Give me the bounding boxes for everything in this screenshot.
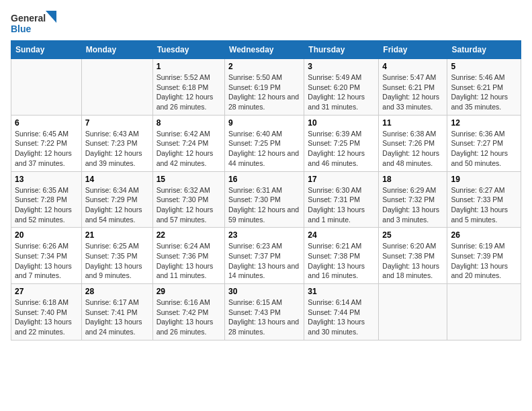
day-number: 27 (15, 287, 78, 296)
logo: GeneralBlue (11, 11, 58, 35)
day-cell: 3Sunrise: 5:49 AMSunset: 6:20 PMDaylight… (304, 59, 379, 116)
day-cell: 21Sunrise: 6:25 AMSunset: 7:35 PMDayligh… (81, 228, 152, 284)
col-header-wednesday: Wednesday (225, 41, 304, 59)
day-info: Sunrise: 5:49 AMSunset: 6:20 PMDaylight:… (308, 73, 375, 112)
day-info: Sunrise: 6:38 AMSunset: 7:26 PMDaylight:… (382, 129, 443, 169)
day-cell: 12Sunrise: 6:36 AMSunset: 7:27 PMDayligh… (447, 115, 521, 171)
col-header-tuesday: Tuesday (152, 41, 224, 59)
day-info: Sunrise: 6:19 AMSunset: 7:39 PMDaylight:… (451, 241, 517, 281)
day-cell: 16Sunrise: 6:31 AMSunset: 7:30 PMDayligh… (225, 171, 304, 228)
day-info: Sunrise: 6:43 AMSunset: 7:23 PMDaylight:… (85, 129, 149, 169)
week-row-2: 6Sunrise: 6:45 AMSunset: 7:22 PMDaylight… (11, 115, 521, 171)
day-info: Sunrise: 6:18 AMSunset: 7:40 PMDaylight:… (15, 298, 78, 337)
day-cell: 22Sunrise: 6:24 AMSunset: 7:36 PMDayligh… (152, 228, 224, 284)
day-cell: 18Sunrise: 6:29 AMSunset: 7:32 PMDayligh… (379, 171, 447, 228)
day-number: 13 (15, 175, 78, 184)
day-number: 2 (228, 62, 300, 71)
day-number: 22 (157, 230, 221, 240)
day-number: 11 (382, 118, 443, 128)
day-cell: 1Sunrise: 5:52 AMSunset: 6:18 PMDaylight… (152, 59, 224, 116)
day-cell: 24Sunrise: 6:21 AMSunset: 7:38 PMDayligh… (304, 228, 379, 284)
day-cell: 14Sunrise: 6:34 AMSunset: 7:29 PMDayligh… (81, 171, 152, 228)
day-number: 24 (308, 230, 375, 240)
day-info: Sunrise: 5:46 AMSunset: 6:21 PMDaylight:… (451, 73, 517, 112)
week-row-3: 13Sunrise: 6:35 AMSunset: 7:28 PMDayligh… (11, 171, 521, 228)
day-info: Sunrise: 6:45 AMSunset: 7:22 PMDaylight:… (15, 129, 78, 169)
day-info: Sunrise: 6:39 AMSunset: 7:25 PMDaylight:… (308, 129, 375, 169)
day-cell (379, 284, 447, 340)
day-cell: 2Sunrise: 5:50 AMSunset: 6:19 PMDaylight… (225, 59, 304, 116)
day-cell: 23Sunrise: 6:23 AMSunset: 7:37 PMDayligh… (225, 228, 304, 284)
day-number: 15 (157, 175, 221, 184)
week-row-5: 27Sunrise: 6:18 AMSunset: 7:40 PMDayligh… (11, 284, 521, 340)
day-info: Sunrise: 6:16 AMSunset: 7:42 PMDaylight:… (157, 298, 221, 337)
day-number: 21 (85, 230, 149, 240)
day-cell: 20Sunrise: 6:26 AMSunset: 7:34 PMDayligh… (11, 228, 82, 284)
day-number: 20 (15, 230, 78, 240)
day-info: Sunrise: 6:31 AMSunset: 7:30 PMDaylight:… (228, 185, 300, 225)
day-number: 5 (451, 62, 517, 71)
day-number: 16 (228, 175, 300, 184)
day-info: Sunrise: 6:40 AMSunset: 7:25 PMDaylight:… (228, 129, 300, 169)
day-number: 25 (382, 230, 443, 240)
day-number: 28 (85, 287, 149, 296)
week-row-1: 1Sunrise: 5:52 AMSunset: 6:18 PMDaylight… (11, 59, 521, 116)
day-info: Sunrise: 5:47 AMSunset: 6:21 PMDaylight:… (382, 73, 443, 112)
day-info: Sunrise: 6:32 AMSunset: 7:30 PMDaylight:… (157, 185, 221, 225)
day-info: Sunrise: 6:17 AMSunset: 7:41 PMDaylight:… (85, 298, 149, 337)
day-cell: 26Sunrise: 6:19 AMSunset: 7:39 PMDayligh… (447, 228, 521, 284)
day-info: Sunrise: 6:26 AMSunset: 7:34 PMDaylight:… (15, 241, 78, 281)
day-cell (81, 59, 152, 116)
svg-text:Blue: Blue (11, 24, 32, 34)
day-info: Sunrise: 6:27 AMSunset: 7:33 PMDaylight:… (451, 185, 517, 225)
col-header-friday: Friday (379, 41, 447, 59)
day-number: 9 (228, 118, 300, 128)
day-number: 10 (308, 118, 375, 128)
logo-svg: GeneralBlue (11, 11, 58, 35)
day-cell: 19Sunrise: 6:27 AMSunset: 7:33 PMDayligh… (447, 171, 521, 228)
day-cell: 5Sunrise: 5:46 AMSunset: 6:21 PMDaylight… (447, 59, 521, 116)
day-cell: 17Sunrise: 6:30 AMSunset: 7:31 PMDayligh… (304, 171, 379, 228)
day-cell: 31Sunrise: 6:14 AMSunset: 7:44 PMDayligh… (304, 284, 379, 340)
day-info: Sunrise: 6:42 AMSunset: 7:24 PMDaylight:… (157, 129, 221, 169)
day-number: 1 (157, 62, 221, 71)
day-number: 18 (382, 175, 443, 184)
day-number: 26 (451, 230, 517, 240)
day-info: Sunrise: 6:34 AMSunset: 7:29 PMDaylight:… (85, 185, 149, 225)
day-info: Sunrise: 5:50 AMSunset: 6:19 PMDaylight:… (228, 73, 300, 112)
day-info: Sunrise: 6:25 AMSunset: 7:35 PMDaylight:… (85, 241, 149, 281)
day-info: Sunrise: 6:15 AMSunset: 7:43 PMDaylight:… (228, 298, 300, 337)
col-header-monday: Monday (81, 41, 152, 59)
day-cell: 9Sunrise: 6:40 AMSunset: 7:25 PMDaylight… (225, 115, 304, 171)
calendar-table: SundayMondayTuesdayWednesdayThursdayFrid… (11, 40, 521, 340)
day-info: Sunrise: 6:29 AMSunset: 7:32 PMDaylight:… (382, 185, 443, 225)
day-number: 4 (382, 62, 443, 71)
day-cell: 10Sunrise: 6:39 AMSunset: 7:25 PMDayligh… (304, 115, 379, 171)
svg-marker-2 (46, 11, 56, 23)
day-number: 31 (308, 287, 375, 296)
day-cell: 28Sunrise: 6:17 AMSunset: 7:41 PMDayligh… (81, 284, 152, 340)
svg-text:General: General (11, 13, 46, 24)
day-cell (447, 284, 521, 340)
col-header-sunday: Sunday (11, 41, 82, 59)
day-number: 14 (85, 175, 149, 184)
header-row: SundayMondayTuesdayWednesdayThursdayFrid… (11, 41, 521, 59)
day-info: Sunrise: 6:36 AMSunset: 7:27 PMDaylight:… (451, 129, 517, 169)
day-cell: 11Sunrise: 6:38 AMSunset: 7:26 PMDayligh… (379, 115, 447, 171)
day-number: 17 (308, 175, 375, 184)
day-number: 3 (308, 62, 375, 71)
day-cell: 29Sunrise: 6:16 AMSunset: 7:42 PMDayligh… (152, 284, 224, 340)
day-number: 30 (228, 287, 300, 296)
day-info: Sunrise: 6:35 AMSunset: 7:28 PMDaylight:… (15, 185, 78, 225)
day-number: 8 (157, 118, 221, 128)
day-number: 6 (15, 118, 78, 128)
day-info: Sunrise: 6:20 AMSunset: 7:38 PMDaylight:… (382, 241, 443, 281)
day-info: Sunrise: 5:52 AMSunset: 6:18 PMDaylight:… (157, 73, 221, 112)
day-number: 7 (85, 118, 149, 128)
day-number: 12 (451, 118, 517, 128)
page-header: GeneralBlue (11, 11, 521, 35)
day-cell: 25Sunrise: 6:20 AMSunset: 7:38 PMDayligh… (379, 228, 447, 284)
day-info: Sunrise: 6:14 AMSunset: 7:44 PMDaylight:… (308, 298, 375, 337)
day-info: Sunrise: 6:23 AMSunset: 7:37 PMDaylight:… (228, 241, 300, 281)
day-info: Sunrise: 6:24 AMSunset: 7:36 PMDaylight:… (157, 241, 221, 281)
